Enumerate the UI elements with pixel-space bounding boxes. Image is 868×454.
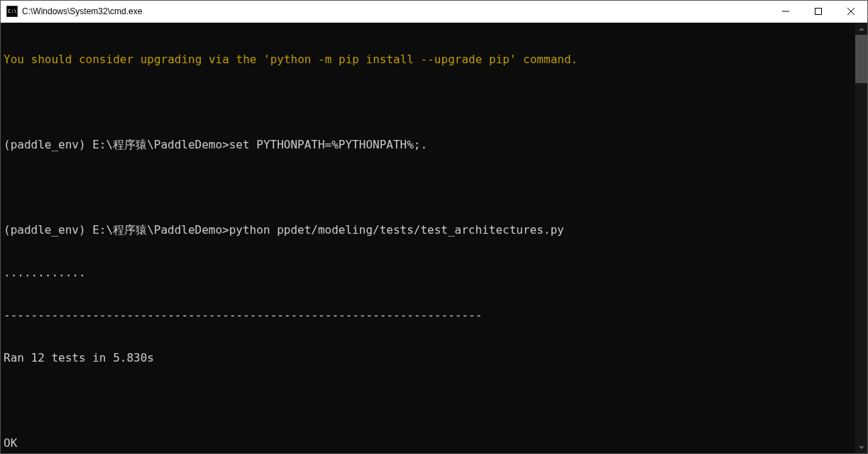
vertical-scrollbar[interactable]	[855, 23, 867, 453]
scrollbar-up-arrow[interactable]	[855, 23, 867, 35]
cmd-icon: C:\	[6, 6, 18, 17]
maximize-button[interactable]	[802, 1, 835, 22]
terminal-output-warning: You should consider upgrading via the 'p…	[4, 53, 852, 67]
terminal-content[interactable]: You should consider upgrading via the 'p…	[1, 23, 855, 453]
terminal-blank	[4, 95, 852, 109]
terminal-output-separator: ----------------------------------------…	[4, 308, 852, 323]
scrollbar-thumb[interactable]	[855, 35, 867, 83]
terminal-prompt-line: (paddle_env) E:\程序猿\PaddleDemo>python pp…	[4, 223, 852, 237]
terminal-output-ran: Ran 12 tests in 5.830s	[4, 351, 852, 365]
terminal-area: You should consider upgrading via the 'p…	[1, 23, 867, 453]
svg-marker-7	[859, 446, 864, 449]
scrollbar-down-arrow[interactable]	[855, 441, 867, 453]
window-controls	[769, 1, 867, 22]
minimize-button[interactable]	[769, 1, 802, 22]
terminal-blank	[4, 394, 852, 408]
svg-text:C:\: C:\	[8, 9, 17, 14]
svg-marker-6	[859, 28, 864, 31]
close-button[interactable]	[835, 1, 867, 22]
window-title: C:\Windows\System32\cmd.exe	[22, 6, 769, 16]
window-titlebar: C:\ C:\Windows\System32\cmd.exe	[1, 1, 867, 23]
terminal-prompt-line: (paddle_env) E:\程序猿\PaddleDemo>set PYTHO…	[4, 138, 852, 152]
terminal-output-dots: ............	[4, 266, 852, 280]
svg-rect-3	[815, 9, 822, 15]
terminal-blank	[4, 180, 852, 195]
terminal-output-ok: OK	[4, 436, 852, 450]
